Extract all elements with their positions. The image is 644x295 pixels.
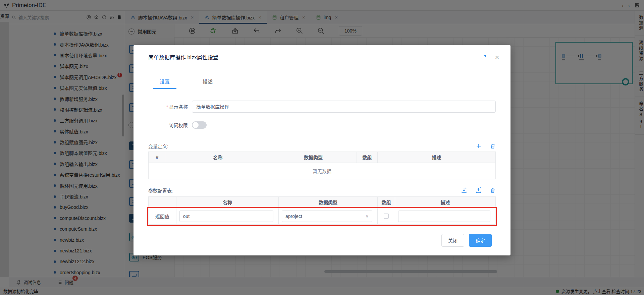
variables-section-header: 变量定义: — [148, 143, 496, 150]
param-type-select[interactable]: aproject∨ — [282, 211, 372, 222]
param-desc-field[interactable] — [398, 211, 490, 222]
col-name: 名称 — [166, 152, 270, 163]
params-section-header: 参数配置表: — [148, 187, 496, 194]
col-description: 描述 — [395, 197, 495, 208]
delete-variable-icon[interactable] — [490, 143, 496, 149]
array-checkbox[interactable] — [384, 214, 389, 219]
params-table: 名称 数据类型 数组 描述 返回值 out aproject∨ — [148, 196, 496, 225]
variables-header-row: # 名称 数据类型 数组 描述 — [149, 152, 496, 163]
dialog-title: 简单数据库操作.bizx属性设置 — [148, 53, 218, 61]
access-toggle[interactable] — [192, 121, 207, 129]
display-name-label: *显示名称 — [148, 103, 188, 110]
variables-table: # 名称 数据类型 数组 描述 暂无数据 — [148, 152, 496, 179]
col-name: 名称 — [176, 197, 278, 208]
display-name-row: *显示名称 简单数据库操作 — [148, 101, 496, 113]
return-value-label: 返回值 — [149, 208, 176, 225]
col-description: 描述 — [378, 152, 496, 163]
tab-description[interactable]: 描述 — [201, 78, 215, 89]
col-array: 数组 — [378, 197, 395, 208]
add-variable-icon[interactable] — [476, 143, 482, 149]
selected-type: aproject — [285, 214, 302, 219]
fullscreen-icon[interactable] — [481, 55, 486, 60]
display-name-field[interactable]: 简单数据库操作 — [192, 101, 496, 113]
required-asterisk: * — [166, 104, 168, 110]
access-row: 访问权限 — [148, 121, 496, 129]
ok-button[interactable]: 确定 — [469, 234, 492, 247]
param-name-field[interactable]: out — [179, 211, 273, 222]
export-params-icon[interactable] — [475, 187, 482, 194]
variables-empty-row: 暂无数据 — [149, 163, 496, 179]
close-icon[interactable]: × — [495, 54, 499, 61]
properties-dialog: 简单数据库操作.bizx属性设置 × 设置 描述 *显示名称 简单数据库操作 访… — [133, 45, 511, 255]
return-value-row: 返回值 out aproject∨ — [149, 208, 496, 225]
close-button[interactable]: 关闭 — [441, 234, 464, 247]
col-datatype: 数据类型 — [270, 152, 357, 163]
col-index: # — [149, 152, 166, 163]
tab-settings[interactable]: 设置 — [158, 78, 172, 89]
dialog-tabs: 设置 描述 — [148, 78, 496, 89]
chevron-down-icon: ∨ — [366, 214, 369, 219]
col-blank — [149, 197, 176, 208]
access-label: 访问权限 — [148, 122, 188, 128]
import-params-icon[interactable] — [461, 187, 467, 194]
col-array: 数组 — [357, 152, 378, 163]
params-header-row: 名称 数据类型 数组 描述 — [149, 197, 496, 208]
variables-section-title: 变量定义: — [148, 143, 168, 150]
toggle-knob — [193, 122, 199, 128]
params-section-title: 参数配置表: — [148, 187, 173, 194]
col-datatype: 数据类型 — [279, 197, 378, 208]
empty-data-text: 暂无数据 — [149, 163, 496, 179]
delete-params-icon[interactable] — [490, 187, 496, 193]
